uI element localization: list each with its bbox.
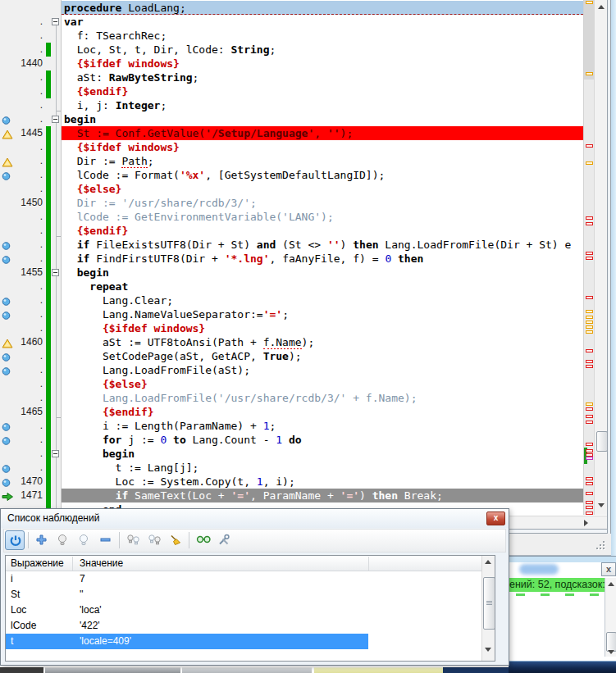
watch-row[interactable]: St'' [6,587,481,603]
scroll-down-icon[interactable] [485,648,491,652]
fold-collapse-icon[interactable] [52,116,59,123]
code-text[interactable]: Lang.Clear; [62,293,583,307]
code-line[interactable]: . {$ifdef windows} [0,140,583,154]
code-line[interactable]: 1470 Loc := System.Copy(t, 1, i); [0,475,583,489]
watch-row[interactable]: i7 [6,571,481,587]
column-divider[interactable] [72,557,73,571]
watch-row[interactable]: t'locale=409' [6,634,368,649]
delete-watch-button[interactable] [96,530,116,550]
code-line[interactable]: . {$endif} [0,84,583,98]
watch-row[interactable]: Loc'loca' [6,603,481,618]
code-text[interactable]: Dir := '/usr/share/rcdb/3/'; [62,196,583,210]
code-line[interactable]: . Loc, St, t, Dir, lCode: String; [0,43,583,57]
fold-collapse-icon[interactable] [52,269,59,276]
code-line[interactable]: . repeat [0,280,583,293]
close-icon[interactable]: x [601,562,616,576]
enable-all-watches-button[interactable] [123,530,143,550]
disable-all-watches-button[interactable] [144,530,164,550]
clear-watches-button[interactable] [166,530,185,550]
code-text[interactable]: {$endif} [62,224,583,238]
code-text[interactable]: Loc, St, t, Dir, lCode: String; [62,43,583,57]
code-text[interactable]: lCode := Format('%x', [GetSystemDefaultL… [62,168,583,182]
code-text[interactable]: procedure LoadLang; [62,1,583,15]
code-text[interactable]: {$ifdef windows} [62,140,583,154]
code-line[interactable]: . aSt: RawByteString; [0,70,583,84]
vertical-scroll-thumb[interactable] [596,431,608,452]
column-header-value[interactable]: Значение [80,557,123,569]
code-line[interactable]: . if FindFirstUTF8(Dir + '*.lng', faAnyF… [0,252,583,266]
resize-grip-icon[interactable] [596,541,606,551]
code-line[interactable]: . {$else} [0,377,583,391]
scroll-up-icon[interactable] [608,582,614,586]
code-text[interactable]: if SameText(Loc + '=', ParamName + '=') … [62,489,583,502]
code-line[interactable]: . i := Length(ParamName) + 1; [0,419,583,433]
code-line[interactable]: 1445 St := Conf.GetValue('/Setup/Languag… [0,126,583,140]
code-line[interactable]: . f: TSearchRec; [0,29,583,43]
column-divider[interactable] [368,557,369,571]
code-text[interactable]: t := Lang[j]; [62,461,583,475]
code-line[interactable]: 1471 if SameText(Loc + '=', ParamName + … [0,489,583,502]
code-line[interactable]: 1465 {$endif} [0,405,583,419]
code-text[interactable]: i := Length(ParamName) + 1; [62,419,583,433]
window-title-bar[interactable]: Список наблюдений [1,509,509,528]
code-text[interactable]: aSt := UTF8toAnsi(Path + f.Name); [62,335,583,349]
code-text[interactable]: {$ifdef windows} [62,57,583,70]
code-line[interactable]: . SetCodePage(aSt, GetACP, True); [0,349,583,363]
code-text[interactable]: {$endif} [62,84,583,98]
disable-watch-button[interactable] [75,530,94,550]
code-text[interactable]: {$endif} [62,405,583,419]
code-line[interactable]: . {$endif} [0,224,583,238]
close-icon[interactable]: x [486,512,505,525]
code-line[interactable]: . lCode := Format('%x', [GetSystemDefaul… [0,168,583,182]
list-scroll-thumb[interactable] [483,577,495,630]
issue-marker-strip[interactable] [583,0,594,515]
enable-watch-button[interactable] [53,530,73,550]
inspect-button[interactable] [193,530,212,550]
code-text[interactable]: var [62,15,583,29]
code-line[interactable]: . {$else} [0,182,583,196]
code-text[interactable]: if FindFirstUTF8(Dir + '*.lng', faAnyFil… [62,252,583,266]
code-text[interactable]: SetCodePage(aSt, GetACP, True); [62,349,583,363]
code-line[interactable]: . Lang.Clear; [0,293,583,307]
code-text[interactable]: begin [62,266,583,280]
source-editor[interactable]: procedure LoadLang;.var. f: TSearchRec;.… [0,0,616,534]
code-text[interactable]: lCode := GetEnvironmentVariable('LANG'); [62,210,583,224]
hint-scroll-thumb[interactable] [606,632,616,652]
code-text[interactable]: {$else} [62,377,583,391]
code-line[interactable]: . if FileExistsUTF8(Dir + St) and (St <>… [0,238,583,252]
scroll-down-icon[interactable] [598,503,605,507]
code-line[interactable]: 1455 begin [0,266,583,280]
fold-collapse-icon[interactable] [52,450,59,457]
code-text[interactable]: if FileExistsUTF8(Dir + St) and (St <> '… [62,238,583,252]
code-line[interactable]: procedure LoadLang; [0,1,583,15]
code-lines[interactable]: procedure LoadLang;.var. f: TSearchRec;.… [0,1,583,515]
code-text[interactable]: i, j: Integer; [62,98,583,112]
add-watch-button[interactable] [32,530,52,550]
code-text[interactable]: Lang.LoadFromFile(aSt); [62,363,583,377]
list-scrollbar[interactable] [481,556,495,661]
list-header[interactable]: Выражение Значение [6,556,495,571]
code-line[interactable]: . Lang.LoadFromFile(aSt); [0,363,583,377]
editor-vertical-scrollbar[interactable] [594,0,608,515]
code-text[interactable]: Dir := Path; [62,154,583,168]
code-text[interactable]: St := Conf.GetValue('/Setup/Language', '… [62,126,583,140]
code-line[interactable]: . i, j: Integer; [0,98,583,112]
code-text[interactable]: {$else} [62,182,583,196]
code-text[interactable]: begin [62,447,583,461]
code-text[interactable]: f: TSearchRec; [62,29,583,43]
code-line[interactable]: .begin [0,112,583,126]
code-text[interactable]: Lang.NameValueSeparator:='='; [62,307,583,321]
code-text[interactable]: Lang.LoadFromFile('/usr/share/rcdb/3/' +… [62,391,583,405]
code-line[interactable]: . Dir := Path; [0,154,583,168]
scroll-right-icon[interactable] [584,520,588,526]
code-text[interactable]: for j := 0 to Lang.Count - 1 do [62,433,583,447]
hint-scrollbar[interactable] [605,578,616,657]
code-line[interactable]: . begin [0,447,583,461]
code-line[interactable]: . for j := 0 to Lang.Count - 1 do [0,433,583,447]
scroll-up-icon[interactable] [598,5,605,9]
column-header-expression[interactable]: Выражение [11,557,64,569]
code-line[interactable]: . lCode := GetEnvironmentVariable('LANG'… [0,210,583,224]
watch-list[interactable]: Выражение Значение i7St''Loc'loca'lCode'… [5,555,495,662]
fold-collapse-icon[interactable] [52,18,59,25]
code-line[interactable]: 1460 aSt := UTF8toAnsi(Path + f.Name); [0,335,583,349]
